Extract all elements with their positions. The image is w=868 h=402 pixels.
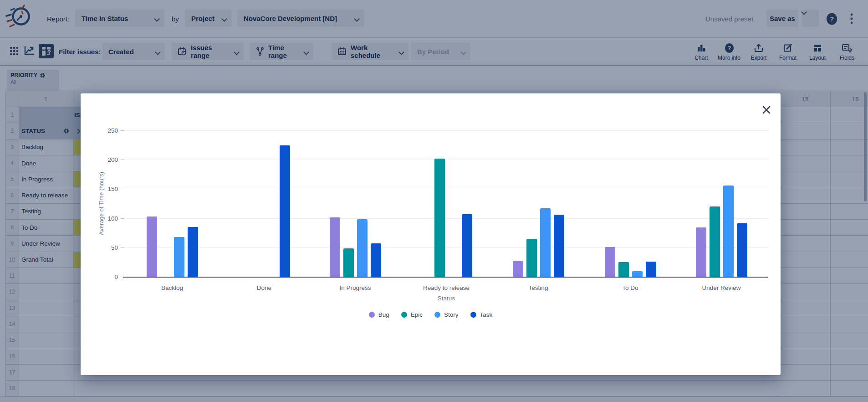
x-category-label: Ready to release xyxy=(408,284,485,291)
x-axis-line xyxy=(123,277,768,278)
legend-dot-icon xyxy=(434,312,440,318)
y-tick-mark xyxy=(121,189,124,189)
bar-task-1[interactable] xyxy=(280,145,290,277)
y-axis-title: Average of Time (hours) xyxy=(98,161,105,246)
bar-epic-5[interactable] xyxy=(618,262,629,277)
bar-task-0[interactable] xyxy=(188,227,198,277)
chart-modal: 050100150200250BacklogDoneIn ProgressRea… xyxy=(81,93,781,375)
x-category-label: Testing xyxy=(500,284,577,291)
bar-epic-2[interactable] xyxy=(343,248,354,277)
bar-epic-6[interactable] xyxy=(710,206,720,277)
y-tick-label: 250 xyxy=(99,127,118,134)
bar-task-5[interactable] xyxy=(646,262,656,277)
legend-item-epic[interactable]: Epic xyxy=(401,311,423,318)
gridline xyxy=(124,247,768,248)
bar-story-6[interactable] xyxy=(723,186,734,277)
bar-bug-4[interactable] xyxy=(513,261,523,277)
y-tick-mark xyxy=(121,218,124,219)
close-icon[interactable] xyxy=(761,104,772,115)
bar-bug-2[interactable] xyxy=(330,217,340,277)
legend-dot-icon xyxy=(401,312,407,318)
legend-label: Bug xyxy=(378,311,389,318)
legend-item-bug[interactable]: Bug xyxy=(369,311,389,318)
bar-bug-6[interactable] xyxy=(696,227,706,277)
bar-story-5[interactable] xyxy=(632,271,643,277)
legend-label: Story xyxy=(444,311,459,318)
x-category-label: Done xyxy=(225,284,303,291)
legend-dot-icon xyxy=(369,312,375,318)
bar-story-0[interactable] xyxy=(174,237,184,277)
bar-bug-5[interactable] xyxy=(605,247,615,277)
bar-task-6[interactable] xyxy=(737,223,747,277)
legend-label: Epic xyxy=(411,311,423,318)
bar-epic-3[interactable] xyxy=(434,159,445,277)
gridline xyxy=(124,130,768,131)
x-category-label: Under Review xyxy=(683,284,760,291)
x-category-label: Backlog xyxy=(133,284,211,291)
y-tick-label: 0 xyxy=(99,273,118,280)
x-category-label: In Progress xyxy=(317,284,394,291)
bar-task-3[interactable] xyxy=(462,214,472,277)
legend-item-story[interactable]: Story xyxy=(434,311,459,318)
app-window: Report: Time in Status by Project NovaCo… xyxy=(0,0,868,402)
x-axis-title: Status xyxy=(419,295,474,302)
legend-dot-icon xyxy=(470,312,476,318)
legend-item-task[interactable]: Task xyxy=(470,311,493,318)
gridline xyxy=(124,189,768,189)
bar-task-4[interactable] xyxy=(554,215,564,277)
bar-task-2[interactable] xyxy=(371,243,381,277)
x-category-label: To Do xyxy=(592,284,669,291)
y-tick-mark xyxy=(121,160,124,160)
bar-bug-0[interactable] xyxy=(147,216,157,277)
bar-story-4[interactable] xyxy=(540,208,551,277)
gridline xyxy=(124,160,768,160)
y-tick-mark xyxy=(121,247,124,248)
bar-story-2[interactable] xyxy=(357,219,368,277)
chart-legend: BugEpicStoryTask xyxy=(81,311,781,318)
bar-epic-4[interactable] xyxy=(526,239,537,277)
gridline xyxy=(124,218,768,219)
legend-label: Task xyxy=(480,311,493,318)
y-tick-mark xyxy=(121,130,124,131)
